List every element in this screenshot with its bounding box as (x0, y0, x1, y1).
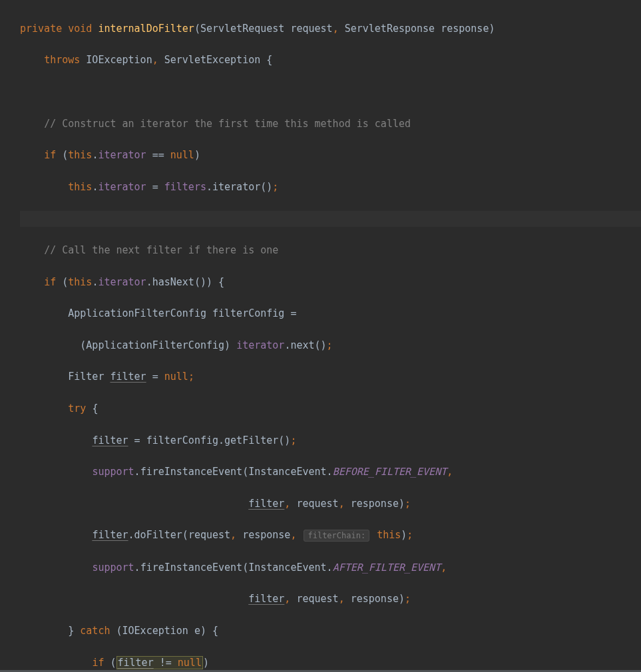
parameter-hint: filterChain: (304, 530, 369, 542)
code-line: try { (20, 401, 641, 417)
code-editor[interactable]: private void internalDoFilter(ServletReq… (0, 0, 641, 672)
code-line: support.fireInstanceEvent(InstanceEvent.… (20, 560, 641, 576)
code-line: filter.doFilter(request, response, filte… (20, 528, 641, 544)
code-line: filter, request, response); (20, 496, 641, 512)
code-line: Filter filter = null; (20, 369, 641, 385)
code-line: // Call the next filter if there is one (20, 243, 641, 259)
code-line: if (filter != null) (20, 655, 641, 671)
code-line: filter = filterConfig.getFilter(); (20, 433, 641, 449)
code-line: ApplicationFilterConfig filterConfig = (20, 306, 641, 322)
code-line (20, 84, 641, 100)
code-line: throws IOException, ServletException { (20, 53, 641, 69)
caret-line (20, 211, 641, 227)
code-line: (ApplicationFilterConfig) iterator.next(… (20, 338, 641, 354)
code-line: filter, request, response); (20, 591, 641, 607)
code-line: // Construct an iterator the first time … (20, 116, 641, 132)
code-line: if (this.iterator == null) (20, 148, 641, 164)
code-line: private void internalDoFilter(ServletReq… (20, 21, 641, 37)
code-line: } catch (IOException e) { (20, 623, 641, 639)
code-line: if (this.iterator.hasNext()) { (20, 275, 641, 291)
code-line: support.fireInstanceEvent(InstanceEvent.… (20, 464, 641, 480)
code-line: this.iterator = filters.iterator(); (20, 180, 641, 196)
